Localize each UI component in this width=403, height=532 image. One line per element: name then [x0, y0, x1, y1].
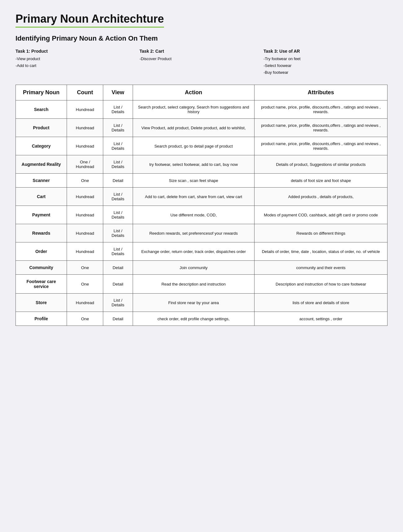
cell: Reedom rewards, set preferencesof your r…	[133, 224, 255, 242]
cell: One	[67, 312, 103, 326]
task-3-title: Task 3: Use of AR	[264, 49, 378, 54]
table-header: Primary Noun	[16, 85, 67, 100]
cell: List / Details	[103, 100, 133, 119]
tasks-row: Task 1: Product -View product-Add to car…	[16, 49, 388, 76]
table-row: ScannerOneDetailSize scan , scan feet sh…	[16, 174, 388, 188]
table-row: CategoryHundreadList / DetailsSearch pro…	[16, 137, 388, 155]
table-row: RewardsHundreadList / DetailsReedom rewa…	[16, 224, 388, 242]
cell: Hundread	[67, 137, 103, 155]
task-1-title: Task 1: Product	[16, 49, 130, 54]
table-row: StoreHundreadList / DetailsFind store ne…	[16, 294, 388, 312]
cell: One	[67, 174, 103, 188]
noun-cell: Scanner	[16, 174, 67, 188]
cell: Search product, go to detail page of pro…	[133, 137, 255, 155]
table-row: Augmented RealityOne / HundreadList / De…	[16, 155, 388, 174]
task-3-items: -Try footwear on feet-Select foowear-Buy…	[264, 55, 378, 76]
table-row: PaymentHundreadList / DetailsUse differe…	[16, 206, 388, 224]
cell: Find store near by your area	[133, 294, 255, 312]
attributes-cell: product name, price, profile, discounts,…	[255, 119, 388, 137]
cell: Detail	[103, 312, 133, 326]
noun-cell: Order	[16, 242, 67, 261]
noun-cell: Search	[16, 100, 67, 119]
task-item: -Add to cart	[16, 62, 130, 69]
attributes-cell: community and their events	[255, 261, 388, 275]
cell: One / Hundread	[67, 155, 103, 174]
table-row: Footwear care serviceOneDetailRead the d…	[16, 275, 388, 294]
cell: Hundread	[67, 206, 103, 224]
table-header: View	[103, 85, 133, 100]
table-row: SearchHundreadList / DetailsSearch produ…	[16, 100, 388, 119]
task-block-3: Task 3: Use of AR -Try footwear on feet-…	[264, 49, 388, 76]
table-row: OrderHundreadList / DetailsExchange orde…	[16, 242, 388, 261]
cell: List / Details	[103, 294, 133, 312]
cell: Hundread	[67, 224, 103, 242]
cell: Detail	[103, 261, 133, 275]
cell: Size scan , scan feet shape	[133, 174, 255, 188]
attributes-cell: Rewards on different things	[255, 224, 388, 242]
cell: Read the description and instruction	[133, 275, 255, 294]
attributes-cell: Added products , details of products,	[255, 188, 388, 206]
attributes-cell: account, settings , order	[255, 312, 388, 326]
table-row: ProfileOneDetailcheck order, edit profil…	[16, 312, 388, 326]
table-header: Count	[67, 85, 103, 100]
cell: List / Details	[103, 119, 133, 137]
cell: check order, edit profile change setting…	[133, 312, 255, 326]
cell: Detail	[103, 275, 133, 294]
cell: List / Details	[103, 242, 133, 261]
task-item: -View product	[16, 55, 130, 62]
cell: List / Details	[103, 206, 133, 224]
attributes-cell: Details of product, Suggestions of simil…	[255, 155, 388, 174]
cell: One	[67, 261, 103, 275]
task-block-1: Task 1: Product -View product-Add to car…	[16, 49, 140, 76]
attributes-cell: product name, price, profile, discounts,…	[255, 137, 388, 155]
table-header: Action	[133, 85, 255, 100]
cell: Hundread	[67, 188, 103, 206]
noun-cell: Augmented Reality	[16, 155, 67, 174]
task-item: -Try footwear on feet	[264, 55, 378, 62]
cell: View Product, add product, Delete produc…	[133, 119, 255, 137]
cell: List / Details	[103, 224, 133, 242]
table-row: ProductHundreadList / DetailsView Produc…	[16, 119, 388, 137]
attributes-cell: details of foot size and foot shape	[255, 174, 388, 188]
table-row: CommunityOneDetailJoin communitycommunit…	[16, 261, 388, 275]
task-item: -Buy footwear	[264, 69, 378, 76]
attributes-cell: Description and instruction of how to ca…	[255, 275, 388, 294]
cell: Use different mode, COD,	[133, 206, 255, 224]
noun-cell: Category	[16, 137, 67, 155]
cell: Search product, select category, Search …	[133, 100, 255, 119]
noun-cell: Cart	[16, 188, 67, 206]
cell: Join community	[133, 261, 255, 275]
attributes-cell: lists of store and details of store	[255, 294, 388, 312]
page-main-title: Primary Noun Architechture	[16, 12, 164, 28]
noun-cell: Community	[16, 261, 67, 275]
page-subtitle: Identifying Primary Noun & Action On The…	[16, 34, 388, 42]
task-block-2: Task 2: Cart -Discover Product	[140, 49, 264, 76]
cell: Hundread	[67, 100, 103, 119]
table-header: Attributes	[255, 85, 388, 100]
task-1-items: -View product-Add to cart	[16, 55, 130, 69]
cell: List / Details	[103, 155, 133, 174]
cell: List / Details	[103, 188, 133, 206]
cell: Hundread	[67, 242, 103, 261]
noun-cell: Store	[16, 294, 67, 312]
cell: Detail	[103, 174, 133, 188]
cell: List / Details	[103, 137, 133, 155]
cell: One	[67, 275, 103, 294]
attributes-cell: product name, price, profile, discounts,…	[255, 100, 388, 119]
cell: Hundread	[67, 294, 103, 312]
noun-cell: Profile	[16, 312, 67, 326]
cell: try footwear, select footwear, add to ca…	[133, 155, 255, 174]
noun-cell: Product	[16, 119, 67, 137]
noun-cell: Rewards	[16, 224, 67, 242]
attributes-cell: Modes of payment COD, cashback, add gift…	[255, 206, 388, 224]
primary-noun-table: Primary NounCountViewActionAttributes Se…	[16, 85, 388, 326]
attributes-cell: Details of order, time, date , location,…	[255, 242, 388, 261]
cell: Add to cart, delete from cart, share fro…	[133, 188, 255, 206]
task-item: -Select foowear	[264, 62, 378, 69]
cell: Exchange order, return order, track orde…	[133, 242, 255, 261]
task-item: -Discover Product	[140, 55, 254, 62]
task-2-title: Task 2: Cart	[140, 49, 254, 54]
noun-cell: Footwear care service	[16, 275, 67, 294]
noun-cell: Payment	[16, 206, 67, 224]
table-row: CartHundreadList / DetailsAdd to cart, d…	[16, 188, 388, 206]
